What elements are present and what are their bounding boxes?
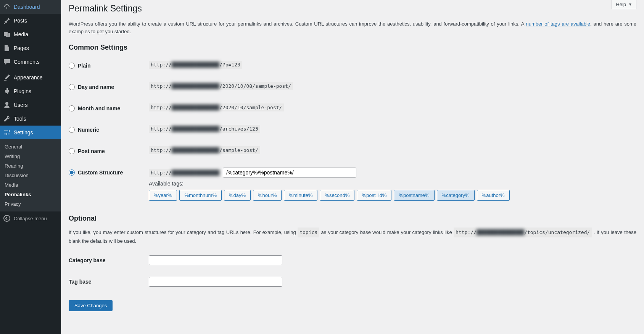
option-custom[interactable]: Custom Structure [69, 169, 141, 176]
sidebar-item-comments[interactable]: Comments [0, 55, 61, 69]
save-changes-button[interactable]: Save Changes [69, 300, 113, 311]
radio-numeric[interactable] [69, 127, 75, 133]
sidebar-item-appearance[interactable]: Appearance [0, 71, 61, 84]
collapse-menu[interactable]: Collapse menu [0, 211, 61, 225]
sidebar-item-label: Appearance [14, 74, 43, 81]
optional-description: If you like, you may enter custom struct… [69, 228, 636, 245]
radio-monthname[interactable] [69, 105, 75, 111]
tag-button-year[interactable]: %year% [149, 190, 177, 201]
sidebar-item-label: Tools [14, 116, 26, 122]
permalink-options-table: Plain http://████████████████/?p=123 Day… [69, 55, 636, 207]
tags-available-link[interactable]: number of tags are available [526, 21, 591, 27]
collapse-icon [3, 215, 11, 222]
comment-icon [3, 58, 11, 66]
tag-base-label: Tag base [69, 271, 145, 292]
custom-structure-input[interactable] [223, 168, 356, 177]
page-icon [3, 44, 11, 52]
option-monthname[interactable]: Month and name [69, 105, 141, 111]
submenu-item-general[interactable]: General [0, 142, 61, 152]
submenu-item-discussion[interactable]: Discussion [0, 171, 61, 180]
submenu-item-permalinks[interactable]: Permalinks [0, 190, 61, 199]
pin-icon [3, 17, 11, 24]
category-base-input[interactable] [149, 255, 282, 265]
intro-text: WordPress offers you the ability to crea… [69, 20, 636, 35]
tag-base-input[interactable] [149, 277, 282, 287]
sidebar-item-label: Media [14, 31, 28, 37]
sidebar-item-label: Plugins [14, 88, 31, 94]
admin-sidebar: DashboardPostsMediaPagesCommentsAppearan… [0, 0, 61, 334]
help-tab[interactable]: Help ▼ [612, 0, 636, 9]
help-label: Help [616, 2, 626, 7]
media-icon [3, 31, 11, 38]
option-dayname[interactable]: Day and name [69, 84, 141, 90]
settings-submenu: GeneralWritingReadingDiscussionMediaPerm… [0, 139, 61, 211]
collapse-label: Collapse menu [14, 216, 47, 221]
tag-button-monthnum[interactable]: %monthnum% [179, 190, 222, 201]
dashboard-icon [3, 3, 11, 11]
available-tags-label: Available tags: [149, 181, 633, 187]
sidebar-item-label: Comments [14, 59, 40, 65]
option-postname[interactable]: Post name [69, 148, 141, 154]
svg-point-0 [4, 215, 10, 221]
common-settings-heading: Common Settings [69, 44, 636, 52]
main-content: Help ▼ Permalink Settings WordPress offe… [61, 0, 644, 334]
radio-postname[interactable] [69, 148, 75, 154]
submenu-item-writing[interactable]: Writing [0, 152, 61, 161]
sidebar-item-label: Posts [14, 18, 27, 24]
submenu-item-media[interactable]: Media [0, 180, 61, 190]
sidebar-item-tools[interactable]: Tools [0, 112, 61, 126]
example-url-code: http://████████████████/topics/uncategor… [454, 228, 592, 237]
page-title: Permalink Settings [69, 0, 636, 15]
tag-button-post_id[interactable]: %post_id% [357, 190, 391, 201]
sidebar-item-settings[interactable]: Settings [0, 126, 61, 139]
tag-button-postname[interactable]: %postname% [394, 190, 434, 201]
sidebar-item-label: Users [14, 102, 28, 108]
sidebar-item-media[interactable]: Media [0, 27, 61, 41]
sidebar-item-label: Pages [14, 45, 29, 51]
option-plain[interactable]: Plain [69, 63, 141, 69]
topics-code: topics [298, 228, 319, 237]
radio-plain[interactable] [69, 63, 75, 69]
sidebar-item-posts[interactable]: Posts [0, 14, 61, 27]
submenu-item-reading[interactable]: Reading [0, 161, 61, 171]
sliders-icon [3, 129, 11, 136]
tag-button-hour[interactable]: %hour% [253, 190, 282, 201]
optional-heading: Optional [69, 215, 636, 223]
tag-button-author[interactable]: %author% [477, 190, 510, 201]
plug-icon [3, 87, 11, 95]
radio-dayname[interactable] [69, 84, 75, 90]
sidebar-item-users[interactable]: Users [0, 98, 61, 112]
category-base-label: Category base [69, 250, 145, 271]
option-numeric[interactable]: Numeric [69, 127, 141, 133]
submenu-item-privacy[interactable]: Privacy [0, 199, 61, 209]
chevron-down-icon: ▼ [628, 2, 632, 6]
tag-button-category[interactable]: %category% [437, 190, 475, 201]
brush-icon [3, 74, 11, 81]
sidebar-item-plugins[interactable]: Plugins [0, 84, 61, 98]
radio-custom[interactable] [69, 169, 75, 176]
example-dayname: http://████████████████/2020/10/08/sampl… [149, 82, 293, 90]
example-plain: http://████████████████/?p=123 [149, 61, 242, 69]
sidebar-item-label: Settings [14, 129, 33, 136]
wrench-icon [3, 115, 11, 123]
tag-button-day[interactable]: %day% [224, 190, 251, 201]
optional-table: Category base Tag base [69, 250, 636, 292]
tag-button-second[interactable]: %second% [320, 190, 354, 201]
tag-button-minute[interactable]: %minute% [284, 190, 317, 201]
example-numeric: http://████████████████/archives/123 [149, 125, 260, 133]
custom-prefix: http://████████████████ [149, 169, 221, 177]
example-postname: http://████████████████/sample-post/ [149, 146, 260, 154]
sidebar-item-pages[interactable]: Pages [0, 41, 61, 55]
user-icon [3, 101, 11, 109]
sidebar-item-label: Dashboard [14, 4, 40, 10]
sidebar-item-dashboard[interactable]: Dashboard [0, 0, 61, 14]
tag-buttons-row: %year%%monthnum%%day%%hour%%minute%%seco… [149, 190, 633, 201]
example-monthname: http://████████████████/2020/10/sample-p… [149, 103, 284, 111]
